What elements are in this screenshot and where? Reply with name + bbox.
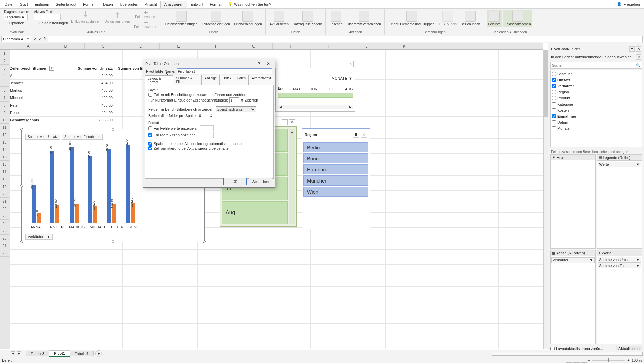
clear-button[interactable]: Löschen [328, 10, 344, 27]
slicer-item[interactable]: Bonn [303, 153, 368, 163]
row-header[interactable]: 1 [0, 50, 9, 57]
row-header[interactable]: 6 [0, 87, 9, 94]
zoom-slider[interactable] [592, 360, 625, 361]
area-chip[interactable]: Verkäufer▼ [551, 257, 595, 263]
row-header[interactable]: 19 [0, 183, 9, 190]
activefield-input[interactable] [34, 14, 61, 20]
formula-bar[interactable] [48, 36, 643, 42]
change-source-button[interactable]: Datenquelle ändern [291, 10, 323, 27]
timeline-clear-icon[interactable]: ✕ [348, 61, 354, 67]
row-header[interactable]: 16 [0, 161, 9, 168]
gear-icon[interactable]: ⚙ [636, 54, 641, 60]
chartname-input[interactable] [4, 14, 28, 20]
chart-axis-filter-button[interactable]: Verkäufer ▼ [25, 234, 53, 240]
field-list[interactable]: BestellnrUmsatzVerkäuferRegionProduktKat… [550, 70, 642, 147]
field-list-item[interactable]: Kosten [551, 107, 641, 113]
row-header[interactable]: 24 [0, 220, 9, 227]
sheet-tab[interactable]: Tabelle1 [70, 351, 94, 356]
values-area[interactable]: ΣWerte Summe von Ums...▼ Summe von Einn.… [597, 250, 642, 345]
sheet-tab[interactable]: Tabelle3 [26, 351, 49, 356]
row-header[interactable]: 4 [0, 72, 9, 79]
insert-timeline-button[interactable]: Zeitachse einfügen [200, 10, 231, 27]
filterarea-select[interactable]: Zuerst nach unten [216, 106, 256, 112]
menu-tab-einfuegen[interactable]: Einfügen [31, 1, 52, 8]
cancel-button[interactable]: Abbrechen [249, 178, 272, 185]
add-sheet-button[interactable]: + [95, 350, 102, 357]
fieldbuttons-button[interactable]: Feldschaltflächen [503, 10, 532, 27]
area-chip[interactable]: Werte▼ [598, 162, 641, 167]
column-header[interactable]: F [197, 43, 235, 49]
name-box[interactable]: Diagramm 4 ▼ [1, 36, 31, 42]
column-header[interactable]: E [160, 43, 197, 49]
error-values-input[interactable] [200, 125, 214, 131]
field-list-item[interactable]: Monate [551, 125, 641, 131]
field-list-item[interactable]: Produkt [551, 95, 641, 101]
fields-items-button[interactable]: Felder, Elemente und Gruppen [387, 10, 436, 27]
field-checkbox[interactable] [552, 84, 556, 88]
column-header[interactable]: D [122, 43, 160, 49]
tab-nav-next[interactable]: ▶ [17, 351, 21, 356]
row-header[interactable]: 11 [0, 124, 9, 131]
spinner-icon[interactable]: ▲▼ [241, 98, 243, 103]
field-checkbox[interactable] [552, 96, 556, 100]
field-list-item[interactable]: Kategorie [551, 101, 641, 107]
column-header[interactable]: G [235, 43, 273, 49]
row-header[interactable]: 3 [0, 65, 9, 72]
menu-tab-start[interactable]: Start [17, 1, 31, 8]
row-header[interactable]: 20 [0, 190, 9, 198]
dialog-tab[interactable]: Layout & Format [145, 75, 173, 85]
row-header[interactable]: 17 [0, 168, 9, 175]
row-header[interactable]: 22 [0, 205, 9, 212]
row-header[interactable]: 9 [0, 109, 9, 116]
column-header[interactable]: A [9, 43, 47, 49]
column-header[interactable]: J [348, 43, 385, 49]
preserve-format-checkbox[interactable] [148, 146, 152, 150]
timeline-scrollbar[interactable]: ◀▶ [278, 105, 353, 109]
row-headers[interactable]: 1234567891011121314151617181920212223242… [0, 50, 9, 349]
row-header[interactable]: 26 [0, 235, 9, 242]
dialog-tab[interactable]: Daten [234, 75, 249, 85]
field-list-item[interactable]: Datum [551, 119, 641, 125]
ok-button[interactable]: OK [223, 178, 247, 185]
pagebreak-view-button[interactable] [581, 358, 587, 363]
row-header[interactable]: 25 [0, 227, 9, 235]
area-chip[interactable]: Summe von Einn...▼ [598, 263, 641, 268]
field-checkbox[interactable] [552, 90, 556, 94]
field-list-item[interactable]: Umsatz [551, 77, 641, 83]
field-checkbox[interactable] [552, 120, 556, 124]
timeline-slicer[interactable]: ✕ MONATE▼ ÄRMAIJUNJULAUG ◀▶ [275, 68, 355, 112]
normal-view-button[interactable] [566, 358, 572, 363]
menu-tab-datei[interactable]: Datei [1, 1, 17, 8]
zoom-level[interactable]: 100 % [632, 358, 642, 362]
slicer-item[interactable]: Berlin [303, 142, 368, 152]
row-header[interactable]: 7 [0, 94, 9, 102]
menu-tab-analysieren[interactable]: Analysieren [160, 1, 187, 8]
menu-tab-seitenlayout[interactable]: Seitenlayout [52, 1, 80, 8]
menu-tab-format[interactable]: Format [206, 1, 225, 8]
timeline-level-dropdown[interactable]: MONATE▼ [332, 76, 352, 80]
chart-value-button-umsatz[interactable]: Summe von Umsatz [25, 134, 60, 140]
dialog-tab[interactable]: Alternativtext [248, 75, 274, 85]
field-checkbox[interactable] [552, 102, 556, 106]
sheet-area[interactable]: ABCDEFGHIJK 1234567891011121314151617181… [0, 43, 548, 354]
chart-value-button-einnahmen[interactable]: Summe von Einnahmen [62, 134, 103, 140]
empty-cells-input[interactable] [200, 132, 214, 138]
fieldsettings-button[interactable]: Feldeinstellungen [34, 21, 68, 25]
zoom-out-button[interactable]: − [588, 358, 590, 362]
column-header[interactable]: I [310, 43, 348, 49]
menu-tab-daten[interactable]: Daten [100, 1, 116, 8]
indent-input[interactable] [229, 97, 239, 103]
dialog-tab[interactable]: Anzeige [201, 75, 220, 85]
dialog-close-button[interactable]: ✕ [264, 60, 273, 67]
legend-area[interactable]: ▤Legende (Reihe) Werte▼ [597, 154, 642, 249]
tab-nav-prev[interactable]: ◀ [11, 351, 15, 356]
field-checkbox[interactable] [552, 108, 556, 112]
fx-icon[interactable]: fx [44, 37, 47, 41]
slicer-item[interactable]: Aug [222, 201, 288, 224]
slicer-item[interactable]: München [303, 175, 368, 186]
fieldlist-button[interactable]: Feldliste [487, 10, 502, 27]
field-list-item[interactable]: Einnahmen [551, 113, 641, 119]
row-header[interactable]: 5 [0, 79, 9, 87]
area-chip[interactable]: Summe von Ums...▼ [598, 257, 641, 263]
merge-cells-checkbox[interactable] [148, 93, 152, 97]
